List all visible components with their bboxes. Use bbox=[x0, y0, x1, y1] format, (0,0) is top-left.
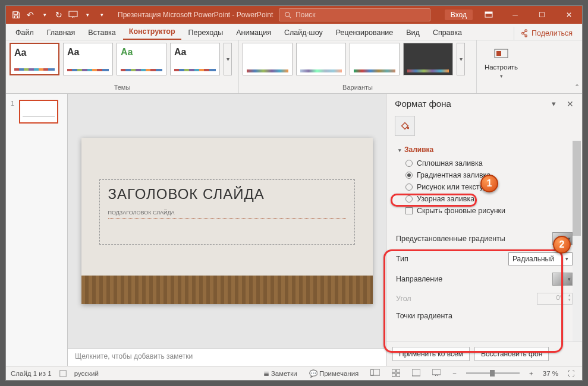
undo-icon[interactable]: ↶ bbox=[25, 10, 36, 20]
status-bar: Слайд 1 из 1 русский ≣ Заметки 💬 Примеча… bbox=[6, 366, 582, 380]
tab-design[interactable]: Конструктор bbox=[123, 24, 181, 40]
slide: ЗАГОЛОВОК СЛАЙДА ПОДЗАГОЛОВОК СЛАЙДА bbox=[81, 138, 373, 304]
ribbon-tabs: Файл Главная Вставка Конструктор Переход… bbox=[6, 24, 582, 40]
zoom-in-icon[interactable]: + bbox=[527, 370, 536, 377]
svg-rect-15 bbox=[412, 369, 420, 376]
window-title: Презентация Microsoft PowerPoint - Power… bbox=[118, 11, 273, 19]
tab-file[interactable]: Файл bbox=[10, 25, 40, 40]
qat-more-icon[interactable]: ▾ bbox=[96, 10, 107, 20]
svg-rect-4 bbox=[485, 12, 492, 14]
variant-item[interactable] bbox=[296, 43, 346, 75]
start-slideshow-icon[interactable] bbox=[68, 10, 78, 20]
chevron-down-icon: ▾ bbox=[500, 73, 503, 79]
svg-rect-14 bbox=[397, 374, 400, 376]
reset-bg-button[interactable]: Восстановить фон bbox=[474, 347, 549, 361]
close-icon[interactable]: ✕ bbox=[567, 99, 574, 109]
gradient-options: Предустановленные градиенты▾ ТипРадиальн… bbox=[390, 223, 578, 328]
group-label-variants: Варианты bbox=[243, 83, 473, 92]
tab-slideshow[interactable]: Слайд-шоу bbox=[278, 25, 329, 40]
format-background-pane: Формат фона ▾ ✕ Заливка Сплошная заливка… bbox=[386, 94, 582, 366]
save-icon[interactable] bbox=[11, 10, 21, 20]
fill-category-icon[interactable] bbox=[395, 116, 415, 136]
notes-area[interactable]: Щелкните, чтобы добавить заметки bbox=[68, 348, 386, 366]
thumb-number: 1 bbox=[11, 100, 14, 107]
slide-counter: Слайд 1 из 1 bbox=[11, 370, 52, 377]
title-placeholder[interactable]: ЗАГОЛОВОК СЛАЙДА ПОДЗАГОЛОВОК СЛАЙДА bbox=[99, 179, 355, 245]
redo-icon[interactable]: ↻ bbox=[54, 10, 64, 20]
svg-rect-9 bbox=[370, 369, 380, 375]
comments-toggle[interactable]: 💬 Примечания bbox=[307, 369, 361, 378]
tab-animations[interactable]: Анимация bbox=[230, 25, 277, 40]
angle-spinner: 0° bbox=[537, 293, 573, 305]
annotation-badge-2: 2 bbox=[553, 236, 571, 254]
pane-title: Формат фона bbox=[395, 99, 451, 109]
fit-window-icon[interactable]: ⛶ bbox=[565, 370, 577, 377]
slideshow-view-icon[interactable] bbox=[430, 369, 443, 377]
language[interactable]: русский bbox=[74, 370, 99, 377]
signin-button[interactable]: Вход bbox=[445, 10, 473, 20]
reading-view-icon[interactable] bbox=[410, 369, 423, 377]
chevron-down-icon[interactable]: ▾ bbox=[39, 10, 50, 20]
scrollbar-thumb[interactable] bbox=[573, 141, 581, 236]
slide-subtitle: ПОДЗАГОЛОВОК СЛАЙДА bbox=[108, 210, 346, 216]
tab-insert[interactable]: Вставка bbox=[82, 25, 121, 40]
slide-title: ЗАГОЛОВОК СЛАЙДА bbox=[108, 186, 346, 203]
svg-line-2 bbox=[289, 16, 291, 18]
search-placeholder: Поиск bbox=[295, 11, 315, 19]
zoom-out-icon[interactable]: − bbox=[450, 370, 459, 377]
theme-item[interactable]: Aa bbox=[117, 43, 166, 75]
tab-help[interactable]: Справка bbox=[427, 25, 468, 40]
svg-rect-16 bbox=[432, 369, 441, 375]
label-direction: Направление bbox=[396, 275, 552, 283]
ribbon: Aa Aa Aa Aa ▾ Темы ▾ Варианты Настроить bbox=[6, 40, 582, 94]
label-type: Тип bbox=[396, 255, 508, 263]
tab-view[interactable]: Вид bbox=[400, 25, 426, 40]
variant-item[interactable] bbox=[403, 43, 453, 75]
apply-all-button[interactable]: Применить ко всем bbox=[392, 347, 470, 361]
check-hide-bg[interactable]: Скрыть фоновые рисунки bbox=[395, 205, 574, 217]
variant-item[interactable] bbox=[350, 43, 400, 75]
svg-point-1 bbox=[285, 12, 290, 16]
maximize-icon[interactable]: ☐ bbox=[529, 6, 555, 24]
customize-button[interactable]: Настроить ▾ bbox=[480, 43, 522, 84]
gradient-type-combo[interactable]: Радиальный bbox=[508, 252, 573, 265]
slide-thumb[interactable] bbox=[19, 100, 58, 124]
svg-rect-13 bbox=[392, 374, 395, 376]
slide-thumbnails: 1 bbox=[6, 94, 68, 366]
pane-options-icon[interactable]: ▾ bbox=[552, 99, 556, 108]
theme-item[interactable]: Aa bbox=[10, 43, 59, 75]
fill-section-header[interactable]: Заливка bbox=[395, 143, 574, 157]
search-input[interactable]: Поиск bbox=[279, 8, 430, 21]
slide-canvas[interactable]: ЗАГОЛОВОК СЛАЙДА ПОДЗАГОЛОВОК СЛАЙДА bbox=[68, 94, 386, 348]
svg-rect-12 bbox=[397, 369, 400, 372]
zoom-slider[interactable] bbox=[466, 372, 520, 374]
close-icon[interactable]: ✕ bbox=[555, 6, 582, 24]
chevron-down-icon[interactable]: ▾ bbox=[82, 10, 93, 20]
normal-view-icon[interactable] bbox=[368, 369, 382, 377]
ribbon-options-icon[interactable] bbox=[475, 6, 502, 24]
radio-solid[interactable]: Сплошная заливка bbox=[395, 157, 574, 169]
svg-rect-6 bbox=[496, 51, 501, 56]
spellcheck-icon[interactable] bbox=[59, 369, 67, 378]
label-angle: Угол bbox=[396, 295, 537, 303]
theme-item[interactable]: Aa bbox=[170, 43, 220, 75]
label-preset: Предустановленные градиенты bbox=[396, 235, 552, 243]
theme-item[interactable]: Aa bbox=[63, 43, 113, 75]
tab-home[interactable]: Главная bbox=[41, 25, 81, 40]
group-label-themes: Темы bbox=[10, 83, 235, 92]
sorter-view-icon[interactable] bbox=[389, 369, 403, 377]
tab-transitions[interactable]: Переходы bbox=[183, 25, 229, 40]
collapse-ribbon-icon[interactable]: ⌃ bbox=[574, 83, 580, 91]
themes-more-icon[interactable]: ▾ bbox=[224, 43, 232, 75]
gradient-direction-dropdown[interactable]: ▾ bbox=[552, 273, 573, 286]
variant-item[interactable] bbox=[243, 43, 293, 75]
svg-point-7 bbox=[407, 127, 410, 129]
label-stops: Точки градиента bbox=[396, 312, 573, 320]
notes-toggle[interactable]: ≣ Заметки bbox=[261, 369, 300, 378]
variants-more-icon[interactable]: ▾ bbox=[457, 43, 465, 75]
tab-review[interactable]: Рецензирование bbox=[330, 25, 400, 40]
zoom-value[interactable]: 37 % bbox=[543, 370, 558, 377]
radio-pattern[interactable]: Узорная заливка bbox=[395, 193, 574, 205]
share-button[interactable]: Поделиться bbox=[514, 27, 578, 40]
minimize-icon[interactable]: ─ bbox=[502, 6, 529, 24]
